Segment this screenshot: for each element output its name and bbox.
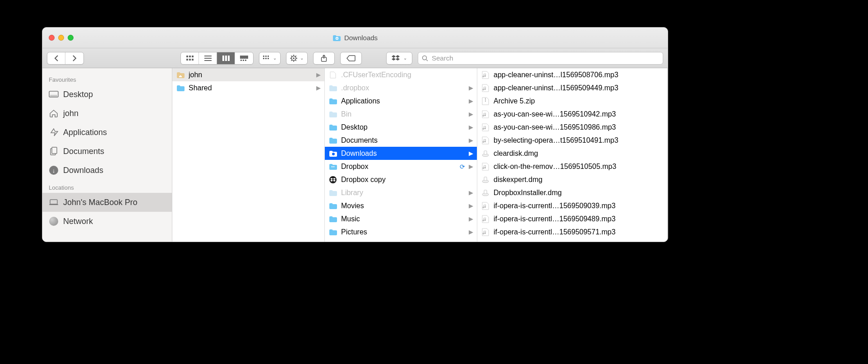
list-item[interactable]: Dropbox copy: [325, 173, 477, 186]
list-item[interactable]: Music▶: [325, 212, 477, 225]
sync-icon: ⟳: [460, 163, 465, 170]
row-label: app-cleaner-uninst…l1569508706.mp3: [494, 71, 664, 79]
svg-marker-34: [392, 55, 396, 58]
chevron-right-icon: ▶: [469, 124, 473, 131]
svg-rect-62: [484, 177, 487, 181]
sidebar-item-applications[interactable]: Applications: [42, 123, 172, 142]
folder-icon: [328, 124, 337, 131]
close-button[interactable]: [49, 35, 55, 41]
view-icon-button[interactable]: [181, 52, 199, 64]
chevron-right-icon: ▶: [316, 71, 321, 78]
row-label: if-opera-is-currentl…1569509039.mp3: [494, 202, 664, 210]
list-item[interactable]: cleardisk.dmg: [477, 147, 667, 160]
row-label: .dropbox: [341, 84, 465, 92]
list-item[interactable]: Library▶: [325, 186, 477, 199]
svg-point-46: [332, 153, 335, 155]
dmg-icon: [481, 176, 490, 183]
row-label: click-on-the-remov…1569510505.mp3: [494, 163, 664, 171]
folder-icon: [328, 137, 337, 144]
list-item[interactable]: by-selecting-opera…t1569510491.mp3: [477, 134, 667, 147]
applications-icon: [49, 128, 59, 136]
sidebar-item-label: Network: [63, 217, 93, 226]
list-item[interactable]: if-opera-is-currentl…1569509489.mp3: [477, 212, 667, 225]
list-item[interactable]: app-cleaner-uninst…l1569508706.mp3: [477, 68, 667, 81]
sidebar-item-network[interactable]: Network: [42, 212, 172, 231]
chevron-down-icon: ⌄: [403, 56, 407, 61]
audio-icon: [481, 163, 490, 171]
list-item[interactable]: as-you-can-see-wi…1569510942.mp3: [477, 107, 667, 121]
list-item[interactable]: as-you-can-see-wi…1569510986.mp3: [477, 121, 667, 134]
svg-rect-12: [228, 56, 230, 61]
row-label: Dropbox copy: [341, 176, 473, 184]
svg-rect-14: [240, 60, 242, 61]
chevron-right-icon: ▶: [469, 111, 473, 117]
list-item[interactable]: if-opera-is-currentl…1569509039.mp3: [477, 199, 667, 212]
list-item[interactable]: .CFUserTextEncoding: [325, 68, 477, 81]
svg-marker-36: [392, 58, 396, 61]
row-label: by-selecting-opera…t1569510491.mp3: [494, 136, 664, 145]
sidebar-item-downloads[interactable]: ↓ Downloads: [42, 161, 172, 180]
home-folder-icon: [176, 72, 185, 78]
svg-rect-19: [268, 56, 269, 57]
list-item[interactable]: click-on-the-remov…1569510505.mp3: [477, 160, 667, 173]
sidebar-item-macbook[interactable]: John's MacBook Pro: [42, 193, 172, 212]
sidebar-item-john[interactable]: john: [42, 104, 172, 123]
zoom-button[interactable]: [68, 35, 74, 41]
audio-icon: [481, 110, 490, 118]
dropbox-toolbar-button[interactable]: ⌄: [386, 52, 412, 65]
list-item[interactable]: if-opera-is-currentl…1569509571.mp3: [477, 225, 667, 238]
sidebar-item-desktop[interactable]: Desktop: [42, 85, 172, 104]
share-icon: [321, 55, 327, 62]
svg-rect-6: [192, 59, 194, 61]
row-label: Applications: [341, 97, 465, 105]
sidebar-item-documents[interactable]: Documents: [42, 142, 172, 161]
search-field[interactable]: [418, 52, 663, 65]
list-item[interactable]: Dropbox⟳▶: [325, 160, 477, 173]
tags-button[interactable]: [340, 52, 362, 65]
list-item[interactable]: app-cleaner-uninst…l1569509449.mp3: [477, 81, 667, 94]
list-item[interactable]: Applications▶: [325, 94, 477, 107]
svg-rect-3: [192, 56, 194, 57]
list-item[interactable]: Movies▶: [325, 199, 477, 212]
svg-rect-21: [265, 58, 267, 59]
list-item[interactable]: Pictures▶: [325, 225, 477, 238]
row-label: Dropbox: [341, 163, 456, 171]
svg-point-24: [293, 57, 295, 59]
network-icon: [49, 217, 59, 226]
audio-icon: [481, 84, 490, 92]
list-item[interactable]: Desktop▶: [325, 121, 477, 134]
search-input[interactable]: [432, 54, 659, 62]
svg-marker-37: [396, 58, 400, 61]
action-button[interactable]: ⌄: [286, 52, 308, 65]
view-list-button[interactable]: [199, 52, 217, 64]
row-label: DropboxInstaller.dmg: [494, 189, 664, 197]
svg-rect-45: [49, 204, 58, 205]
minimize-button[interactable]: [58, 35, 64, 41]
desktop-icon: [49, 91, 59, 98]
sidebar-item-label: Applications: [63, 128, 107, 137]
back-button[interactable]: [47, 52, 65, 64]
forward-button[interactable]: [65, 52, 83, 64]
sidebar-item-label: john: [63, 109, 78, 118]
svg-rect-1: [186, 56, 188, 57]
row-label: john: [189, 71, 313, 79]
list-item[interactable]: DropboxInstaller.dmg: [477, 186, 667, 199]
view-column-button[interactable]: [217, 52, 235, 64]
list-item[interactable]: .dropbox▶: [325, 81, 477, 94]
list-item[interactable]: Bin▶: [325, 107, 477, 121]
list-item[interactable]: Archive 5.zip: [477, 94, 667, 107]
row-john[interactable]: john ▶: [172, 68, 324, 81]
arrange-button[interactable]: ⌄: [259, 52, 281, 65]
view-gallery-button[interactable]: [235, 52, 253, 64]
list-item[interactable]: Documents▶: [325, 134, 477, 147]
dropbox-app-icon: [328, 176, 337, 184]
list-item[interactable]: diskexpert.dmg: [477, 173, 667, 186]
share-button[interactable]: [313, 52, 335, 65]
audio-icon: [481, 202, 490, 210]
home-icon: [49, 109, 59, 117]
list-item[interactable]: Downloads▶: [325, 147, 477, 160]
downloads-folder-icon: [332, 35, 341, 41]
svg-rect-13: [240, 56, 248, 59]
chevron-right-icon: ▶: [316, 84, 321, 91]
row-shared[interactable]: Shared ▶: [172, 81, 324, 94]
